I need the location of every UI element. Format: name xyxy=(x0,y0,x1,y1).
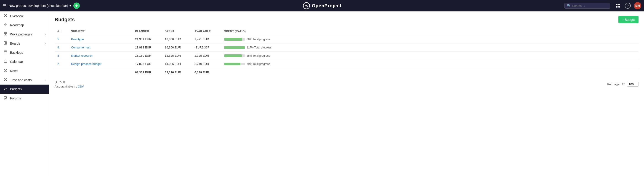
row-spent-0: 18,860 EUR xyxy=(162,35,192,44)
add-budget-button[interactable]: + Budget xyxy=(618,16,638,23)
row-id-link-1[interactable]: 4 xyxy=(57,46,59,49)
svg-rect-7 xyxy=(4,32,5,34)
row-available-0: 2,491 EUR xyxy=(192,35,222,44)
row-num-1[interactable]: 4 xyxy=(54,44,68,52)
add-project-button[interactable]: + xyxy=(73,2,80,9)
forums-icon xyxy=(3,96,8,100)
sidebar-item-work-packages[interactable]: Work packages › xyxy=(0,30,49,39)
row-subject-3[interactable]: Design process budget xyxy=(68,60,132,68)
row-subject-2[interactable]: Market research xyxy=(68,52,132,60)
sidebar-item-calendar[interactable]: Calendar xyxy=(0,57,49,66)
sidebar-item-roadmap[interactable]: Roadmap xyxy=(0,20,49,30)
sidebar-label-backlogs: Backlogs xyxy=(10,51,46,54)
per-page-20[interactable]: 20 xyxy=(622,82,625,86)
sidebar-label-news: News xyxy=(10,69,46,73)
sidebar: Overview Roadmap Work packages › Boards … xyxy=(0,12,49,176)
row-subject-link-0[interactable]: Prototype xyxy=(71,38,84,41)
svg-point-6 xyxy=(5,15,6,16)
logo-icon xyxy=(303,2,310,9)
svg-rect-15 xyxy=(4,60,7,63)
sidebar-item-time-and-costs[interactable]: Time and costs › xyxy=(0,76,49,84)
svg-rect-11 xyxy=(4,42,5,44)
progress-text-1: 117% Total progress xyxy=(246,46,272,49)
totals-row: 68,309 EUR 62,120 EUR 6,189 EUR xyxy=(54,68,638,76)
progress-text-0: 88% Total progress xyxy=(246,38,270,41)
totals-spent: 62,120 EUR xyxy=(162,68,192,76)
svg-rect-3 xyxy=(616,6,618,8)
news-icon xyxy=(3,68,8,73)
sidebar-item-overview[interactable]: Overview xyxy=(0,12,49,20)
svg-rect-10 xyxy=(6,34,7,35)
topbar: ☰ New product development (chocolate bar… xyxy=(0,0,644,12)
user-avatar[interactable]: MM xyxy=(634,2,641,9)
search-input[interactable] xyxy=(572,4,606,8)
progress-bar-wrap-0 xyxy=(224,38,245,41)
backlogs-icon xyxy=(3,50,8,55)
sidebar-item-budgets[interactable]: Budgets xyxy=(0,84,49,94)
search-icon: 🔍 xyxy=(567,4,571,8)
svg-rect-13 xyxy=(4,51,7,52)
progress-bar-wrap-1 xyxy=(224,46,245,49)
svg-rect-9 xyxy=(4,34,5,35)
help-icon[interactable]: ? xyxy=(625,3,631,9)
boards-arrow: › xyxy=(45,42,46,45)
per-page-selector: Per page: 20 xyxy=(607,82,638,87)
sidebar-label-time-and-costs: Time and costs xyxy=(10,78,42,82)
footer-left: (1 - 4/4) Also available in: CSV xyxy=(54,80,84,88)
project-dropdown-icon: ▾ xyxy=(70,4,71,8)
budgets-icon xyxy=(3,87,8,92)
logo-text: OpenProject xyxy=(312,3,342,8)
row-num-3[interactable]: 2 xyxy=(54,60,68,68)
progress-bar-fill-2 xyxy=(224,54,242,57)
sidebar-item-forums[interactable]: Forums xyxy=(0,94,49,103)
app-logo: OpenProject xyxy=(82,2,562,9)
topbar-icons: ? MM xyxy=(614,2,641,9)
sidebar-item-boards[interactable]: Boards › xyxy=(0,39,49,48)
csv-export-text: Also available in: CSV xyxy=(54,85,84,88)
work-packages-arrow: › xyxy=(45,33,46,36)
sidebar-item-backlogs[interactable]: Backlogs xyxy=(0,48,49,57)
apps-icon[interactable] xyxy=(614,2,622,9)
progress-bar-wrap-2 xyxy=(224,54,245,57)
row-spent-3: 14,085 EUR xyxy=(162,60,192,68)
table-row: 5 Prototype 21,351 EUR 18,860 EUR 2,491 … xyxy=(54,35,638,44)
time-costs-arrow: › xyxy=(45,78,46,82)
project-selector[interactable]: New product development (chocolate bar) … xyxy=(9,4,71,8)
progress-bar-fill-0 xyxy=(224,38,242,41)
row-subject-1[interactable]: Consumer test xyxy=(68,44,132,52)
table-row: 2 Design process budget 17,825 EUR 14,08… xyxy=(54,60,638,68)
row-ratio-3: 79% Total progress xyxy=(222,60,638,68)
row-id-link-0[interactable]: 5 xyxy=(57,38,59,41)
row-id-link-2[interactable]: 3 xyxy=(57,54,59,57)
work-packages-icon xyxy=(3,32,8,36)
sidebar-label-roadmap: Roadmap xyxy=(10,23,46,27)
sidebar-label-work-packages: Work packages xyxy=(10,32,42,36)
col-header-num[interactable]: # ↓ xyxy=(54,28,68,35)
row-available-3: 3,740 EUR xyxy=(192,60,222,68)
row-spent-2: 12,825 EUR xyxy=(162,52,192,60)
svg-rect-17 xyxy=(4,96,6,98)
per-page-input[interactable] xyxy=(627,82,638,87)
per-page-label: Per page: xyxy=(607,82,620,86)
row-id-link-3[interactable]: 2 xyxy=(57,62,59,66)
overview-icon xyxy=(3,14,8,18)
row-num-0[interactable]: 5 xyxy=(54,35,68,44)
boards-icon xyxy=(3,41,8,46)
row-ratio-0: 88% Total progress xyxy=(222,35,638,44)
row-available-2: 2,325 EUR xyxy=(192,52,222,60)
row-subject-link-2[interactable]: Market research xyxy=(71,54,92,57)
sidebar-item-news[interactable]: News xyxy=(0,66,49,76)
row-subject-0[interactable]: Prototype xyxy=(68,35,132,44)
row-num-2[interactable]: 3 xyxy=(54,52,68,60)
row-subject-link-3[interactable]: Design process budget xyxy=(71,62,102,66)
search-box[interactable]: 🔍 xyxy=(564,3,610,9)
menu-icon[interactable]: ☰ xyxy=(3,3,6,8)
progress-bar-wrap-3 xyxy=(224,63,245,65)
row-subject-link-1[interactable]: Consumer test xyxy=(71,46,90,49)
progress-bar-fill-1 xyxy=(224,46,245,49)
row-planned-1: 13,983 EUR xyxy=(132,44,162,52)
sidebar-label-overview: Overview xyxy=(10,14,46,18)
csv-download-link[interactable]: CSV xyxy=(78,85,84,88)
row-spent-1: 16,350 EUR xyxy=(162,44,192,52)
sidebar-label-calendar: Calendar xyxy=(10,60,46,64)
